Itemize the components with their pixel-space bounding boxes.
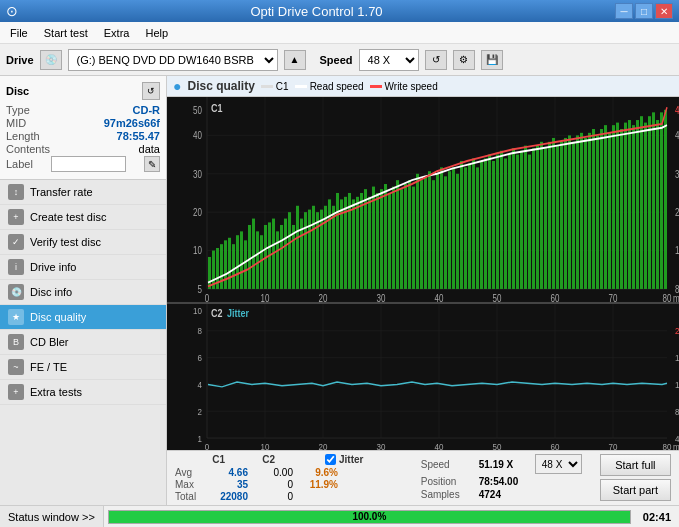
svg-rect-80: [472, 158, 475, 289]
menu-help[interactable]: Help: [139, 25, 174, 41]
refresh-button[interactable]: ↺: [425, 50, 447, 70]
svg-text:6: 6: [198, 352, 202, 363]
svg-rect-39: [308, 210, 311, 289]
svg-text:C1: C1: [211, 102, 223, 114]
jitter-checkbox[interactable]: [325, 454, 336, 465]
svg-rect-55: [372, 187, 375, 289]
disc-contents-row: Contents data: [6, 143, 160, 155]
sidebar-item-disc-info[interactable]: 💿 Disc info: [0, 280, 166, 305]
window-controls: ─ □ ✕: [615, 3, 673, 19]
sidebar-item-cd-bler[interactable]: B CD Bler: [0, 330, 166, 355]
label-edit-button[interactable]: ✎: [144, 156, 160, 172]
sidebar-item-transfer-rate[interactable]: ↕ Transfer rate: [0, 180, 166, 205]
svg-rect-84: [488, 155, 491, 289]
svg-rect-97: [540, 142, 543, 289]
sidebar-item-fe-te[interactable]: ~ FE / TE: [0, 355, 166, 380]
disc-refresh-button[interactable]: ↺: [142, 82, 160, 100]
speed-row: Speed 51.19 X 48 X: [421, 454, 582, 474]
transfer-rate-icon: ↕: [8, 184, 24, 200]
stats-footer: C1 C2 Jitter Avg 4.66 0.00 9.6% Max: [167, 450, 679, 505]
speed-select[interactable]: 48 X: [359, 49, 419, 71]
drive-select[interactable]: (G:) BENQ DVD DD DW1640 BSRB: [68, 49, 278, 71]
svg-rect-92: [520, 151, 523, 289]
menu-extra[interactable]: Extra: [98, 25, 136, 41]
svg-rect-62: [400, 189, 403, 289]
svg-text:80: 80: [663, 441, 672, 450]
eject-button[interactable]: ▲: [284, 50, 306, 70]
sidebar-item-create-test-disc[interactable]: + Create test disc: [0, 205, 166, 230]
save-button[interactable]: 💾: [481, 50, 503, 70]
bottom-chart: 1 2 4 6 8 10 4% 8% 12% 16% 20% 0 10 20: [167, 304, 679, 450]
svg-rect-113: [604, 125, 607, 289]
svg-rect-57: [380, 189, 383, 289]
svg-rect-26: [256, 231, 259, 289]
minimize-button[interactable]: ─: [615, 3, 633, 19]
label-input[interactable]: [51, 156, 126, 172]
avg-label: Avg: [175, 467, 203, 478]
svg-rect-95: [532, 148, 535, 289]
svg-rect-63: [404, 184, 407, 289]
svg-rect-96: [536, 146, 539, 289]
fe-te-icon: ~: [8, 359, 24, 375]
menu-start-test[interactable]: Start test: [38, 25, 94, 41]
svg-text:48 X: 48 X: [675, 105, 679, 116]
svg-rect-93: [524, 146, 527, 289]
svg-text:40: 40: [435, 293, 444, 302]
sidebar-item-extra-tests[interactable]: + Extra tests: [0, 380, 166, 405]
svg-text:16 X: 16 X: [675, 245, 679, 256]
total-c1: 22080: [213, 491, 248, 502]
progress-text: 100.0%: [109, 511, 630, 523]
svg-rect-24: [248, 225, 251, 289]
sidebar-item-disc-quality[interactable]: ★ Disc quality: [0, 305, 166, 330]
svg-rect-64: [408, 180, 411, 289]
svg-rect-111: [596, 135, 599, 289]
mid-value: 97m26s66f: [104, 117, 160, 129]
svg-rect-117: [620, 129, 623, 289]
start-part-button[interactable]: Start part: [600, 479, 671, 501]
avg-jitter: 9.6%: [303, 467, 338, 478]
avg-c1: 4.66: [213, 467, 248, 478]
legend-read-speed: Read speed: [295, 81, 364, 92]
verify-test-disc-icon: ✓: [8, 234, 24, 250]
svg-rect-123: [644, 123, 647, 289]
svg-rect-75: [452, 167, 455, 289]
svg-rect-67: [420, 180, 423, 289]
svg-text:60: 60: [551, 293, 560, 302]
svg-rect-73: [444, 176, 447, 289]
svg-rect-121: [636, 120, 639, 289]
svg-rect-152: [167, 304, 679, 450]
maximize-button[interactable]: □: [635, 3, 653, 19]
sidebar-label-extra-tests: Extra tests: [30, 386, 82, 398]
svg-rect-54: [368, 197, 371, 289]
svg-rect-22: [240, 231, 243, 289]
svg-rect-109: [588, 133, 591, 289]
total-c2: 0: [258, 491, 293, 502]
disc-info-panel: Disc ↺ Type CD-R MID 97m26s66f Length 78…: [0, 76, 166, 180]
svg-rect-70: [432, 180, 435, 289]
svg-rect-21: [236, 235, 239, 289]
charts-container: 5 10 20 30 40 50 8 X 16 X 24 X 32 X 40 X…: [167, 97, 679, 450]
c2-header: C2: [245, 454, 275, 465]
menu-file[interactable]: File: [4, 25, 34, 41]
drive-label: Drive: [6, 54, 34, 66]
sidebar-item-drive-info[interactable]: i Drive info: [0, 255, 166, 280]
contents-label: Contents: [6, 143, 50, 155]
disc-length-row: Length 78:55.47: [6, 130, 160, 142]
total-row: Total 22080 0: [175, 491, 363, 502]
svg-text:5: 5: [198, 284, 202, 295]
speed-stat-label: Speed: [421, 459, 473, 470]
speed-footer-select[interactable]: 48 X: [535, 454, 582, 474]
legend-write-speed-label: Write speed: [385, 81, 438, 92]
status-window-button[interactable]: Status window >>: [0, 506, 104, 527]
close-button[interactable]: ✕: [655, 3, 673, 19]
start-full-button[interactable]: Start full: [600, 454, 671, 476]
settings-button[interactable]: ⚙: [453, 50, 475, 70]
svg-rect-103: [564, 138, 567, 289]
sidebar-label-drive-info: Drive info: [30, 261, 76, 273]
svg-rect-65: [412, 187, 415, 289]
sidebar-item-verify-test-disc[interactable]: ✓ Verify test disc: [0, 230, 166, 255]
svg-text:20: 20: [319, 441, 328, 450]
svg-rect-120: [632, 125, 635, 289]
svg-text:40: 40: [193, 130, 202, 141]
sidebar-label-cd-bler: CD Bler: [30, 336, 69, 348]
